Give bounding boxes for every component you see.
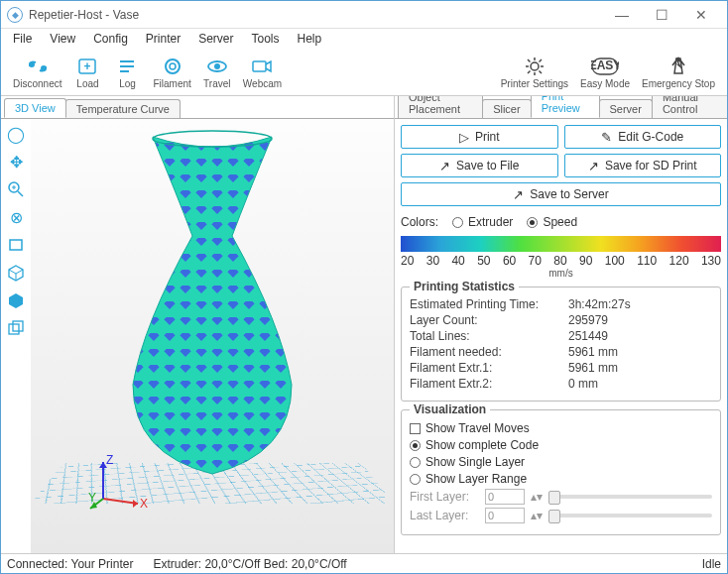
stat-row: Filament Extr.2:0 mm bbox=[410, 377, 712, 391]
svg-point-37 bbox=[153, 131, 272, 147]
svg-marker-32 bbox=[9, 293, 23, 308]
status-idle: Idle bbox=[702, 557, 721, 571]
menu-config[interactable]: Config bbox=[85, 30, 136, 48]
tab-slicer[interactable]: Slicer bbox=[482, 99, 532, 118]
stepper-icon[interactable]: ▴▾ bbox=[531, 490, 543, 504]
svg-line-20 bbox=[539, 59, 542, 62]
stat-row: Estimated Printing Time:3h:42m:27s bbox=[410, 297, 712, 311]
minimize-button[interactable]: — bbox=[602, 3, 642, 27]
menu-printer[interactable]: Printer bbox=[138, 30, 188, 48]
svg-text:X: X bbox=[140, 497, 148, 511]
3d-viewport[interactable]: X Z Y bbox=[31, 119, 394, 553]
svg-line-17 bbox=[528, 59, 531, 62]
play-icon: ▷ bbox=[459, 130, 469, 145]
printing-statistics-group: Printing Statistics Estimated Printing T… bbox=[401, 287, 721, 402]
move-view-icon[interactable]: ✥ bbox=[5, 151, 27, 172]
left-tabs: 3D ViewTemperature Curve bbox=[1, 96, 394, 118]
easy-mode-icon: EASY bbox=[591, 55, 619, 78]
svg-text:Z: Z bbox=[106, 454, 113, 467]
emergency-stop-icon bbox=[668, 55, 688, 78]
show-single-radio[interactable]: Show Single Layer bbox=[410, 455, 712, 469]
emergency-stop-button[interactable]: Emergency Stop bbox=[636, 53, 721, 91]
menu-tools[interactable]: Tools bbox=[244, 30, 288, 48]
window-title: Repetier-Host - Vase bbox=[29, 8, 139, 22]
titlebar: ◆ Repetier-Host - Vase — ☐ ✕ bbox=[1, 1, 727, 29]
show-range-radio[interactable]: Show Layer Range bbox=[410, 472, 712, 486]
load-button[interactable]: +Load bbox=[67, 53, 107, 91]
upload-icon: ↗ bbox=[513, 187, 524, 202]
rotate-view-icon[interactable]: ◯ bbox=[5, 123, 27, 145]
tab-server[interactable]: Server bbox=[599, 99, 653, 118]
easy-mode-button[interactable]: EASYEasy Mode bbox=[574, 53, 636, 91]
menu-server[interactable]: Server bbox=[190, 30, 241, 48]
viz-title: Visualization bbox=[410, 402, 490, 416]
parallel-view-icon[interactable] bbox=[5, 317, 27, 339]
stat-row: Filament Extr.1:5961 mm bbox=[410, 361, 712, 375]
svg-rect-33 bbox=[9, 324, 19, 334]
last-layer-input[interactable] bbox=[485, 508, 525, 523]
iso-view-icon[interactable] bbox=[5, 262, 27, 284]
sd-icon: ↗ bbox=[588, 159, 599, 173]
color-scale-ticks: 2030405060708090100110120130 bbox=[401, 254, 721, 268]
svg-text:Y: Y bbox=[88, 491, 96, 505]
front-view-icon[interactable] bbox=[5, 289, 27, 311]
print-button[interactable]: ▷Print bbox=[401, 125, 558, 149]
svg-point-12 bbox=[531, 62, 539, 70]
visualization-group: Visualization Show Travel Moves Show com… bbox=[401, 409, 721, 535]
svg-line-29 bbox=[9, 270, 16, 274]
tick: 110 bbox=[637, 254, 657, 268]
tab-manual-control[interactable]: Manual Control bbox=[652, 96, 727, 118]
menu-view[interactable]: View bbox=[42, 30, 83, 48]
tab-3d-view[interactable]: 3D View bbox=[4, 98, 66, 118]
save-for-sd-button[interactable]: ↗Save for SD Print bbox=[564, 154, 722, 177]
svg-point-10 bbox=[214, 63, 220, 69]
vase-model bbox=[98, 127, 326, 484]
zoom-in-icon[interactable] bbox=[5, 178, 27, 200]
first-layer-input[interactable] bbox=[485, 489, 525, 505]
svg-rect-27 bbox=[10, 240, 22, 250]
show-complete-radio[interactable]: Show complete Code bbox=[410, 438, 712, 452]
status-temps: Extruder: 20,0°C/Off Bed: 20,0°C/Off bbox=[153, 557, 346, 571]
show-travel-checkbox[interactable]: Show Travel Moves bbox=[410, 421, 712, 435]
svg-line-30 bbox=[16, 270, 23, 274]
filament-button[interactable]: Filament bbox=[147, 53, 196, 91]
stats-title: Printing Statistics bbox=[410, 280, 519, 293]
tab-object-placement[interactable]: Object Placement bbox=[398, 96, 483, 118]
save-to-server-button[interactable]: ↗Save to Server bbox=[401, 182, 721, 206]
close-button[interactable]: ✕ bbox=[681, 3, 721, 27]
first-layer-slider[interactable] bbox=[548, 495, 712, 499]
top-view-icon[interactable] bbox=[5, 234, 27, 256]
right-tabs: Object PlacementSlicerPrint PreviewServe… bbox=[395, 96, 727, 118]
last-layer-label: Last Layer: bbox=[410, 509, 479, 522]
svg-line-19 bbox=[528, 71, 531, 74]
first-layer-label: First Layer: bbox=[410, 490, 479, 504]
stepper-icon[interactable]: ▴▾ bbox=[531, 509, 543, 522]
view-toolbar: ◯ ✥ ⊗ bbox=[1, 119, 31, 553]
tick: 120 bbox=[669, 254, 689, 268]
save-to-file-button[interactable]: ↗Save to File bbox=[401, 154, 558, 177]
printer-settings-button[interactable]: Printer Settings bbox=[495, 53, 574, 91]
tab-temperature-curve[interactable]: Temperature Curve bbox=[65, 99, 181, 118]
tab-print-preview[interactable]: Print Preview bbox=[531, 96, 600, 118]
svg-text:EASY: EASY bbox=[591, 58, 619, 72]
menu-help[interactable]: Help bbox=[290, 30, 330, 48]
status-connection: Connected: Your Printer bbox=[7, 557, 133, 571]
svg-text:+: + bbox=[84, 59, 91, 73]
fit-view-icon[interactable]: ⊗ bbox=[5, 206, 27, 228]
color-speed-radio[interactable]: Speed bbox=[527, 215, 577, 229]
tick: 40 bbox=[451, 254, 464, 268]
svg-rect-34 bbox=[13, 321, 23, 331]
stat-row: Layer Count:295979 bbox=[410, 313, 712, 327]
menu-file[interactable]: File bbox=[5, 30, 40, 48]
maximize-button[interactable]: ☐ bbox=[642, 3, 681, 27]
color-extruder-radio[interactable]: Extruder bbox=[452, 215, 513, 229]
log-button[interactable]: Log bbox=[107, 53, 147, 91]
travel-button[interactable]: Travel bbox=[197, 53, 237, 91]
disconnect-button[interactable]: Disconnect bbox=[7, 53, 67, 91]
webcam-button[interactable]: Webcam bbox=[237, 53, 288, 91]
last-layer-slider[interactable] bbox=[548, 514, 712, 517]
export-icon: ↗ bbox=[439, 159, 450, 173]
svg-line-38 bbox=[103, 499, 138, 504]
edit-gcode-button[interactable]: ✎Edit G-Code bbox=[564, 125, 722, 149]
svg-line-24 bbox=[18, 191, 23, 196]
